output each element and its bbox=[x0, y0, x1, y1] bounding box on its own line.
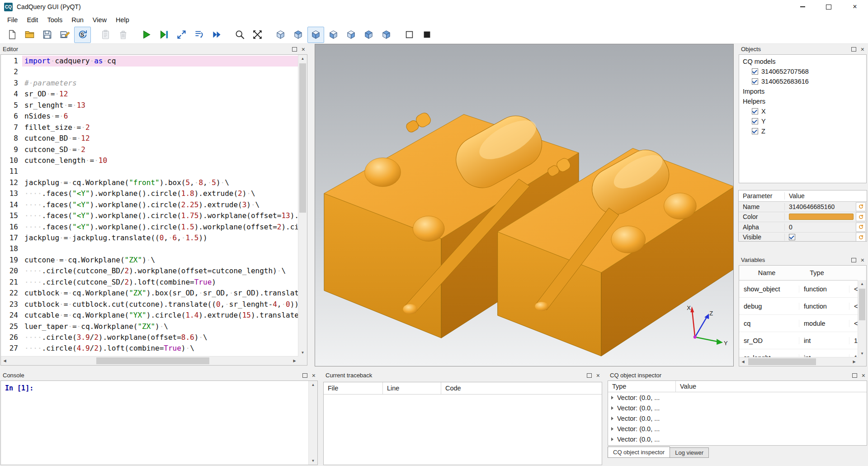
expand-chevron-icon[interactable] bbox=[611, 427, 613, 431]
fit-all-button[interactable] bbox=[249, 27, 266, 43]
view-left-button[interactable] bbox=[360, 27, 377, 43]
scroll-up-arrow[interactable]: ▲ bbox=[309, 381, 317, 389]
variable-row-cq[interactable]: cqmodule<m bbox=[739, 315, 866, 332]
code-line-18[interactable]: 18 bbox=[1, 243, 298, 254]
reset-visible-button[interactable] bbox=[856, 233, 866, 242]
code-line-1[interactable]: 1import·cadquery·as·cq bbox=[1, 56, 298, 67]
visibility-checkbox[interactable] bbox=[752, 78, 758, 85]
scroll-down-arrow[interactable]: ▼ bbox=[298, 349, 307, 357]
viewport-3d[interactable]: X Z Y bbox=[315, 44, 734, 366]
step-in-button[interactable] bbox=[191, 27, 208, 43]
save-button[interactable] bbox=[39, 27, 56, 43]
console-output[interactable]: In [1]: ▲ ▼ bbox=[0, 380, 318, 465]
view-back-button[interactable] bbox=[343, 27, 359, 43]
value-column-header[interactable]: Value bbox=[676, 381, 867, 392]
close-button[interactable]: × bbox=[842, 0, 868, 14]
code-line-2[interactable]: 2 bbox=[1, 67, 298, 77]
autoreload-button[interactable]: S bbox=[74, 27, 91, 43]
continue-button[interactable] bbox=[208, 27, 225, 43]
line-column-header[interactable]: Line bbox=[383, 382, 441, 394]
reset-alpha-button[interactable] bbox=[856, 223, 866, 232]
variables-float-button[interactable] bbox=[851, 258, 856, 262]
inspector-float-button[interactable] bbox=[852, 373, 857, 378]
splitter-editor-viewport[interactable] bbox=[308, 44, 315, 366]
scrollbar-thumb[interactable] bbox=[96, 357, 209, 364]
view-front-button[interactable] bbox=[325, 27, 342, 43]
menu-help[interactable]: Help bbox=[111, 14, 134, 25]
code-line-5[interactable]: 5sr_lenght·=·13 bbox=[1, 100, 298, 111]
editor-horizontal-scrollbar[interactable]: ◀ ▶ bbox=[1, 356, 298, 365]
file-column-header[interactable]: File bbox=[324, 382, 383, 394]
tree-group-cq-models[interactable]: CQ models bbox=[739, 57, 866, 67]
scroll-down-arrow[interactable]: ▼ bbox=[858, 350, 866, 357]
value-column-header[interactable]: Value bbox=[785, 192, 867, 200]
maximize-button[interactable] bbox=[816, 0, 842, 14]
render-button[interactable] bbox=[138, 27, 155, 43]
code-area[interactable]: 1import·cadquery·as·cq23#·parameters4sr_… bbox=[1, 55, 298, 357]
tree-group-imports[interactable]: Imports bbox=[739, 86, 866, 96]
code-line-25[interactable]: 25luer_taper·=·cq.Workplane("ZX")·\ bbox=[1, 321, 298, 332]
color-swatch[interactable] bbox=[789, 214, 854, 220]
scrollbar-thumb[interactable] bbox=[859, 289, 865, 320]
code-line-27[interactable]: 27····.circle(4.9/2).loft(combine=True)·… bbox=[1, 343, 298, 354]
editor-float-button[interactable] bbox=[292, 47, 297, 52]
view-bottom-button[interactable] bbox=[307, 27, 324, 43]
scrollbar-thumb[interactable] bbox=[299, 63, 306, 213]
code-line-8[interactable]: 8cutcone_BD·=·12 bbox=[1, 133, 298, 144]
open-file-button[interactable] bbox=[21, 27, 38, 43]
reset-name-button[interactable] bbox=[856, 202, 866, 211]
visible-checkbox[interactable] bbox=[789, 234, 795, 240]
code-line-16[interactable]: 16····.faces("<Y").workplane().circle(1.… bbox=[1, 222, 298, 233]
splitter-viewport-right[interactable] bbox=[734, 44, 738, 366]
reset-color-button[interactable] bbox=[856, 212, 866, 221]
tree-item-z[interactable]: Z bbox=[739, 126, 866, 136]
code-line-12[interactable]: 12jackplug·=·cq.Workplane("front").box(5… bbox=[1, 177, 298, 188]
objects-float-button[interactable] bbox=[851, 47, 856, 52]
view-top-button[interactable] bbox=[290, 27, 307, 43]
wireframe-button[interactable] bbox=[401, 27, 418, 43]
debug-button[interactable] bbox=[156, 27, 172, 43]
inspector-row-2[interactable]: Vector: (0.0, ... bbox=[608, 403, 867, 413]
shaded-button[interactable] bbox=[419, 27, 435, 43]
variable-row-sr_OD[interactable]: sr_ODint12 bbox=[739, 332, 866, 349]
code-line-15[interactable]: 15····.faces("<Y").workplane().circle(1.… bbox=[1, 210, 298, 221]
step-button[interactable] bbox=[173, 27, 190, 43]
tab-log-viewer[interactable]: Log viewer bbox=[670, 447, 709, 458]
scroll-up-arrow[interactable]: ▲ bbox=[298, 55, 307, 62]
type-column-header[interactable]: Type bbox=[794, 269, 840, 276]
inspector-row-4[interactable]: Vector: (0.0, ... bbox=[608, 423, 867, 434]
code-line-4[interactable]: 4sr_OD·=·12 bbox=[1, 89, 298, 100]
traceback-close-button[interactable]: × bbox=[596, 372, 600, 379]
objects-close-button[interactable]: × bbox=[861, 46, 864, 52]
splitter-main-bottom[interactable] bbox=[0, 366, 868, 370]
code-editor[interactable]: 1import·cadquery·as·cq23#·parameters4sr_… bbox=[0, 54, 307, 366]
parameter-column-header[interactable]: Parameter bbox=[739, 192, 785, 200]
visibility-checkbox[interactable] bbox=[752, 68, 758, 75]
save-as-button[interactable] bbox=[57, 27, 73, 43]
menu-run[interactable]: Run bbox=[67, 14, 88, 25]
inspector-row-3[interactable]: Vector: (0.0, ... bbox=[608, 413, 867, 423]
visibility-checkbox[interactable] bbox=[752, 118, 758, 124]
scroll-right-arrow[interactable]: ▶ bbox=[291, 357, 298, 365]
expand-chevron-icon[interactable] bbox=[611, 406, 613, 410]
code-line-20[interactable]: 20····.circle(cutcone_BD/2).workplane(of… bbox=[1, 266, 298, 276]
view-right-button[interactable] bbox=[378, 27, 395, 43]
tree-item-x[interactable]: X bbox=[739, 106, 866, 116]
code-line-11[interactable]: 11 bbox=[1, 166, 298, 177]
variables-vertical-scrollbar[interactable]: ▲ ▼ bbox=[858, 280, 866, 357]
expand-chevron-icon[interactable] bbox=[611, 437, 613, 441]
inspector-row-1[interactable]: Vector: (0.0, ... bbox=[608, 392, 867, 403]
code-line-19[interactable]: 19cutcone·=·cq.Workplane("ZX")·\ bbox=[1, 255, 298, 266]
copy-screenshot-button[interactable] bbox=[97, 27, 114, 43]
scroll-up-arrow[interactable]: ▲ bbox=[858, 280, 866, 288]
scroll-left-arrow[interactable]: ◀ bbox=[1, 357, 9, 365]
view-iso-button[interactable] bbox=[272, 27, 289, 43]
menu-edit[interactable]: Edit bbox=[22, 14, 42, 25]
code-line-24[interactable]: 24cutcable·=·cq.Workplane("YX").circle(1… bbox=[1, 310, 298, 321]
visibility-checkbox[interactable] bbox=[752, 108, 758, 114]
code-line-10[interactable]: 10cutcone_length·=·10 bbox=[1, 155, 298, 166]
code-column-header[interactable]: Code bbox=[441, 382, 602, 394]
scrollbar-thumb[interactable] bbox=[748, 358, 816, 365]
tree-item-y[interactable]: Y bbox=[739, 116, 866, 126]
menu-tools[interactable]: Tools bbox=[42, 14, 67, 25]
